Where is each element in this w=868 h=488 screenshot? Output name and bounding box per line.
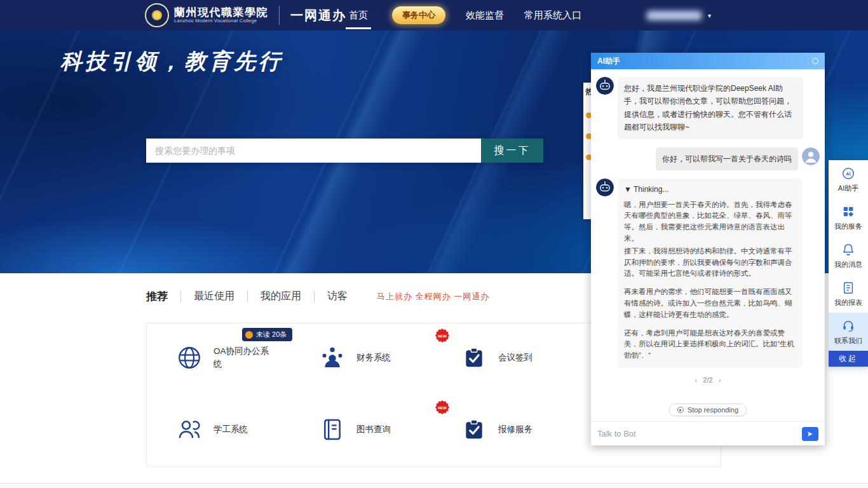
chevron-down-icon: ▾	[708, 12, 711, 19]
grid-icon	[841, 205, 855, 219]
search-input[interactable]	[146, 139, 481, 163]
footer-strip	[0, 483, 868, 488]
unread-badge: 未读 20条	[242, 328, 292, 341]
chat-messages: 您好，我是兰州现代职业学院的DeepSeek AI助手，我可以帮你润色文章，可以…	[591, 69, 825, 403]
quickbar-label: 我的报表	[834, 298, 862, 308]
clipboard-check-icon	[460, 416, 488, 444]
tab-visitor[interactable]: 访客	[327, 290, 348, 303]
search-bar: 搜一下	[146, 139, 543, 163]
chat-minimize-icon[interactable]	[812, 58, 818, 64]
people-icon	[175, 416, 203, 444]
ai-chat-panel: AI助手 您好，我是兰州现代职业学院的DeepSeek AI助手，我可以帮你润色…	[591, 53, 825, 445]
quickbar-label: 联系我们	[834, 336, 862, 346]
tab-recommend[interactable]: 推荐	[146, 289, 168, 304]
report-icon	[841, 281, 855, 295]
app-item-meeting-checkin[interactable]: 会议签到	[460, 344, 532, 372]
svg-text:NEW: NEW	[438, 334, 447, 338]
bell-icon	[841, 243, 855, 257]
school-names: 蘭州現代職業學院 Lanzhou Modern Vocational Colle…	[174, 6, 268, 24]
stop-responding-button[interactable]: Stop responding	[669, 403, 747, 416]
collapse-button[interactable]: 收起	[829, 351, 868, 367]
svg-text:AI: AI	[846, 171, 850, 177]
quick-access-bar: AI AI助手 我的服务 我的消息 我的报表 联系我们	[829, 160, 868, 367]
finance-icon	[318, 344, 346, 372]
nav-item-supervision[interactable]: 效能监督	[466, 10, 504, 22]
message-pager: ‹ 2/2 ›	[596, 376, 820, 384]
app-tabs: 推荐 最近使用 我的应用 访客 马上就办 全程网办 一网通办	[146, 289, 489, 304]
chat-footer: Stop responding	[591, 403, 825, 445]
pager-label: 2/2	[703, 376, 712, 384]
bot-avatar-icon	[596, 179, 614, 196]
thinking-label: Thinking...	[634, 185, 668, 194]
app-label: 报修服务	[498, 423, 532, 436]
quickbar-contact-us[interactable]: 联系我们	[829, 313, 868, 351]
stop-label: Stop responding	[688, 406, 738, 414]
hero-slogan: 科技引领，教育先行	[60, 47, 283, 76]
ai-icon: AI	[841, 166, 855, 180]
service-slogan: 马上就办 全程网办 一网通办	[377, 291, 489, 302]
chat-input-bar	[591, 421, 825, 445]
thinking-paragraph: 嗯，用户想要一首关于春天的诗。首先，我得考虑春天有哪些典型的意象，比如花朵、绿草…	[624, 200, 796, 245]
app-label: 图书查询	[356, 423, 391, 436]
app-item-finance[interactable]: 财务系统	[318, 344, 391, 372]
user-menu[interactable]: ▾	[647, 0, 711, 30]
portal-name: 一网通办	[290, 7, 346, 24]
app-item-repair-service[interactable]: 报修服务	[460, 416, 532, 444]
bot-thinking-message: ▼ Thinking... 嗯，用户想要一首关于春天的诗。首先，我得考虑春天有哪…	[596, 179, 820, 368]
top-navbar: 蘭州現代職業學院 Lanzhou Modern Vocational Colle…	[0, 0, 868, 30]
new-badge: NEW	[435, 329, 449, 342]
headset-icon	[841, 319, 855, 333]
stop-icon	[677, 407, 684, 413]
tab-recent[interactable]: 最近使用	[194, 290, 234, 303]
thinking-paragraph: 还有，考虑到用户可能是想表达对春天的喜爱或赞美，所以在用词上要选择积极向上的词汇…	[624, 328, 796, 362]
user-message: 你好，可以帮我写一首关于春天的诗吗	[596, 147, 820, 170]
quickbar-my-services[interactable]: 我的服务	[829, 198, 868, 236]
chevron-down-icon: ▼	[624, 185, 632, 194]
bot-message-bubble: 您好，我是兰州现代职业学院的DeepSeek AI助手，我可以帮你润色文章，可以…	[618, 77, 803, 139]
chat-bubble-icon	[245, 331, 253, 339]
app-label: OA协同办公系统	[214, 345, 272, 371]
nav-item-system-entries[interactable]: 常用系统入口	[524, 10, 581, 22]
user-name-blurred	[647, 11, 702, 20]
send-button[interactable]	[802, 427, 818, 441]
brand-divider	[279, 6, 280, 25]
chat-header: AI助手	[591, 53, 825, 69]
tab-my-apps[interactable]: 我的应用	[261, 290, 301, 303]
chat-input[interactable]	[597, 429, 797, 438]
app-label: 财务系统	[356, 351, 391, 364]
school-logo-icon	[145, 3, 169, 27]
svg-text:NEW: NEW	[438, 406, 447, 410]
school-name-en: Lanzhou Modern Vocational College	[174, 18, 268, 24]
quickbar-my-messages[interactable]: 我的消息	[829, 236, 868, 274]
pager-next-icon[interactable]: ›	[715, 376, 725, 384]
app-item-student-affairs[interactable]: 学工系统	[175, 416, 248, 444]
primary-nav: 首页 事务中心 效能监督 常用系统入口	[345, 0, 581, 30]
clipboard-check-icon	[460, 344, 488, 372]
globe-icon	[175, 344, 203, 372]
bot-avatar-icon	[596, 77, 614, 95]
quickbar-my-reports[interactable]: 我的报表	[829, 274, 868, 313]
thinking-block: ▼ Thinking... 嗯，用户想要一首关于春天的诗。首先，我得考虑春天有哪…	[618, 179, 802, 368]
tab-divider	[314, 291, 315, 302]
user-avatar-icon	[802, 147, 820, 165]
book-icon	[318, 416, 346, 444]
search-button[interactable]: 搜一下	[481, 139, 543, 163]
unread-badge-label: 未读 20条	[256, 330, 287, 339]
quickbar-ai-assistant[interactable]: AI AI助手	[829, 160, 868, 198]
app-label: 学工系统	[214, 423, 248, 436]
nav-item-affairs-center[interactable]: 事务中心	[392, 6, 445, 24]
chat-title: AI助手	[597, 56, 620, 67]
tab-divider	[180, 291, 181, 302]
pager-prev-icon[interactable]: ‹	[691, 376, 702, 384]
quickbar-label: 我的服务	[834, 222, 862, 231]
thinking-paragraph: 再来看用户的需求，他们可能想要一首既有画面感又有情感的诗。或许加入一些自然元素，…	[624, 287, 796, 320]
app-item-oa[interactable]: OA协同办公系统	[175, 344, 272, 372]
app-item-library-search[interactable]: 图书查询	[318, 416, 391, 444]
thinking-paragraph: 接下来，我得想想诗的结构和韵律。中文诗通常有平仄和押韵的要求，所以我要确保每句的…	[624, 246, 796, 280]
thinking-toggle[interactable]: ▼ Thinking...	[624, 184, 796, 196]
app-label: 会议签到	[498, 351, 532, 364]
tab-divider	[247, 291, 248, 302]
send-icon	[807, 431, 813, 437]
nav-item-home[interactable]: 首页	[345, 10, 372, 22]
quickbar-label: AI助手	[838, 184, 858, 193]
